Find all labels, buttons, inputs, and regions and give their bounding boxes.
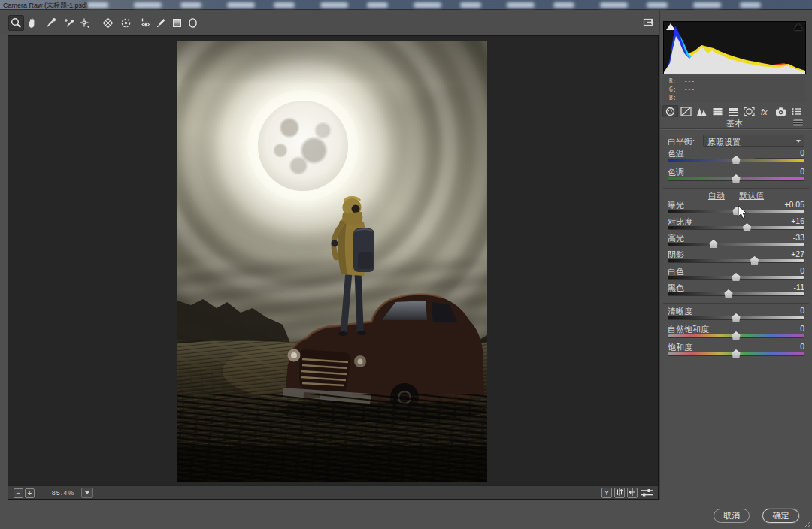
slider-row: 曝光+0.05 [668,200,804,216]
tab-presets[interactable] [789,105,804,117]
slider-thumb[interactable] [743,223,752,231]
spot-removal-tool-icon [120,17,132,29]
preview-settings-icon[interactable] [640,488,653,498]
graduated-filter-tool-icon [171,17,183,29]
graduated-filter-tool[interactable] [169,15,185,31]
slider-row: 色调0 [668,167,804,186]
slider-track[interactable] [668,334,804,337]
blurred-menu-item [460,2,481,8]
slider-track[interactable] [668,316,804,319]
color-sampler-tool[interactable] [61,15,77,31]
zoom-in-button[interactable]: + [25,488,35,498]
slider-thumb[interactable] [732,273,741,281]
tab-split-toning[interactable] [726,105,741,117]
slider-track[interactable] [668,352,804,355]
tab-lens-corrections[interactable] [741,105,757,117]
slider-track[interactable] [668,292,804,295]
tab-hsl-grayscale[interactable] [710,105,726,117]
default-link[interactable]: 默认值 [739,191,764,200]
fullscreen-toggle-button[interactable] [641,14,656,30]
white-balance-row: 白平衡: 原照设置 [668,135,804,147]
slider-value-field[interactable]: -33 [755,233,804,243]
auto-link[interactable]: 自动 [708,191,725,200]
zoom-tool[interactable] [8,15,24,31]
slider-thumb[interactable] [709,240,718,248]
histogram [663,21,806,74]
cancel-button[interactable]: 取消 [714,509,750,523]
slider-row: 白色0 [668,266,804,283]
scene-foreground [177,41,487,482]
tab-basic[interactable] [662,105,678,117]
white-balance-label: 白平衡: [668,136,695,147]
slider-row: 阴影+27 [668,249,804,266]
mouse-cursor [738,205,747,219]
slider-row: 清晰度0 [668,306,804,324]
slider-track[interactable] [668,243,804,246]
slider-value-field[interactable]: +27 [755,249,804,260]
red-eye-removal-tool-icon [139,17,152,29]
white-balance-tool[interactable] [43,15,59,31]
targeted-adjustment-tool[interactable] [77,15,92,31]
blurred-menu-item [693,2,721,8]
swap-vertical-icon [616,488,623,496]
slider-value-field[interactable]: +16 [755,216,804,227]
tab-camera-calibration[interactable] [773,105,789,117]
slider-track[interactable] [668,159,804,162]
tab-effects-icon: fx [759,107,771,116]
slider-thumb[interactable] [732,349,741,358]
slider-track[interactable] [668,276,804,279]
slider-value-field[interactable]: 0 [755,167,804,177]
slider-track[interactable] [668,259,804,262]
zoom-level-value[interactable]: 85.4% [45,488,81,498]
preview-mode-button[interactable]: Y [601,488,612,498]
image-preview-area[interactable]: − + 85.4% Y [8,35,659,500]
copy-settings-button[interactable] [627,488,638,498]
swap-before-after-button[interactable] [614,488,625,498]
blurred-menu-item [367,2,388,8]
tone-sliders: 曝光+0.05对比度+16高光-33阴影+27白色0黑色-11 [668,200,804,299]
slider-thumb[interactable] [732,174,741,183]
slider-value-field[interactable]: 0 [755,266,804,277]
hand-tool[interactable] [24,15,40,31]
tab-hsl-grayscale-icon [712,107,723,116]
panel-menu-icon[interactable] [793,119,803,126]
slider-thumb[interactable] [732,313,741,322]
slider-value-field[interactable]: 0 [755,324,804,334]
slider-value-field[interactable]: 0 [755,148,804,159]
slider-thumb[interactable] [732,331,741,340]
slider-thumb[interactable] [724,289,733,298]
slider-value-field[interactable]: +0.05 [755,200,804,210]
radial-filter-tool[interactable] [185,15,201,31]
wb-sliders: 色温0色调0 [668,148,804,186]
slider-thumb[interactable] [732,156,741,164]
slider-label: 色调 [668,167,684,178]
spot-removal-tool[interactable] [118,15,134,31]
tab-detail-icon [696,107,707,116]
slider-track[interactable] [668,226,804,229]
tab-detail[interactable] [694,105,710,117]
adjustment-brush-tool[interactable] [153,15,169,31]
zoom-out-button[interactable]: − [14,488,23,498]
copy-left-icon [629,488,636,496]
panel-tabs: fx [662,105,808,117]
slider-track[interactable] [668,177,804,180]
resize-grip[interactable] [804,521,810,527]
slider-label: 饱和度 [668,342,692,353]
slider-row: 色温0 [668,148,804,167]
slider-track[interactable] [668,210,804,213]
white-balance-select[interactable]: 原照设置 [703,135,804,147]
ok-button[interactable]: 确定 [762,509,799,523]
photo-canvas[interactable] [177,41,487,482]
white-balance-value: 原照设置 [707,137,741,148]
blurred-menu-item [414,2,441,8]
tab-basic-icon [665,107,676,116]
zoom-level-dropdown[interactable] [81,488,93,498]
tab-effects[interactable]: fx [757,105,773,117]
blurred-menu-item [134,2,162,8]
red-eye-removal-tool[interactable] [138,15,153,31]
transform-tool[interactable] [100,15,116,31]
slider-value-field[interactable]: 0 [755,342,804,352]
blurred-menu-item [180,2,201,8]
slider-value-field[interactable]: 0 [755,306,804,316]
tab-tone-curve[interactable] [678,105,694,117]
